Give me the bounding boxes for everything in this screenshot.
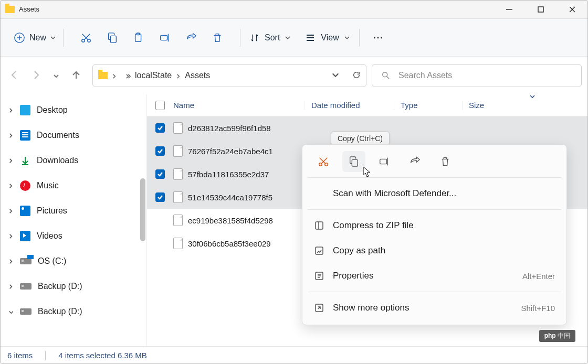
ctx-properties[interactable]: Properties Alt+Enter — [307, 263, 562, 288]
column-headers: Name Date modified Type Size — [147, 94, 588, 116]
new-button[interactable]: New — [6, 28, 63, 48]
svg-rect-14 — [352, 159, 358, 166]
ctx-show-more[interactable]: Show more options Shift+F10 — [307, 295, 562, 320]
maximize-button[interactable] — [525, 0, 556, 19]
forward-button[interactable] — [32, 70, 41, 81]
context-menu: Scan with Microsoft Defender... Compress… — [302, 144, 567, 325]
watermark-badge: php 中国 — [539, 330, 575, 342]
ctx-scan[interactable]: Scan with Microsoft Defender... — [307, 181, 562, 206]
column-header-size[interactable]: Size — [462, 101, 588, 110]
column-header-date[interactable]: Date modified — [304, 101, 394, 110]
sidebar-item-videos[interactable]: Videos — [0, 223, 146, 249]
row-checkbox[interactable] — [155, 169, 165, 179]
copy-icon — [107, 32, 118, 44]
paste-button[interactable] — [125, 26, 152, 49]
scissors-icon — [80, 32, 92, 44]
file-icon — [173, 238, 183, 249]
more-button[interactable] — [365, 26, 391, 49]
rename-icon — [159, 32, 171, 44]
rename-button[interactable] — [152, 26, 178, 49]
search-input[interactable]: Search Assets — [372, 64, 582, 87]
ctx-copy-path[interactable]: Copy as path — [307, 238, 562, 263]
toolbar: New Sort View — [0, 19, 588, 57]
copy-button[interactable] — [99, 26, 125, 49]
ctx-rename-button[interactable] — [373, 151, 396, 172]
folder-icon — [5, 6, 15, 13]
chevron-right-icon[interactable] — [176, 71, 181, 80]
svg-rect-17 — [316, 247, 323, 254]
file-name: d263812ac599f96f1d58 — [188, 124, 271, 133]
popup-icon — [314, 303, 324, 313]
svg-rect-7 — [161, 35, 167, 40]
sort-button[interactable]: Sort — [250, 33, 290, 42]
minimize-button[interactable] — [494, 0, 525, 19]
row-checkbox[interactable] — [155, 123, 165, 133]
ctx-compress-zip[interactable]: Compress to ZIP file — [307, 213, 562, 238]
zip-icon — [314, 220, 324, 231]
svg-point-9 — [377, 37, 379, 38]
sort-indicator[interactable] — [529, 94, 536, 101]
trash-icon — [439, 156, 451, 167]
close-button[interactable] — [556, 0, 588, 19]
sort-icon — [250, 33, 259, 42]
status-selection: 4 items selected 6.36 MB — [58, 351, 146, 360]
file-icon — [173, 168, 183, 180]
status-item-count: 6 items — [7, 351, 33, 360]
breadcrumb[interactable]: localState Assets — [92, 64, 366, 87]
sidebar: DesktopDocumentsDownloadsMusicPicturesVi… — [0, 94, 147, 346]
delete-button[interactable] — [204, 26, 230, 49]
sidebar-item-backup-d-[interactable]: Backup (D:) — [0, 299, 146, 324]
recent-chevron[interactable] — [54, 71, 59, 80]
sidebar-item-documents[interactable]: Documents — [0, 123, 146, 148]
row-checkbox[interactable] — [155, 192, 165, 202]
sidebar-item-downloads[interactable]: Downloads — [0, 148, 146, 173]
ctx-share-button[interactable] — [403, 151, 426, 172]
refresh-button[interactable] — [352, 71, 361, 81]
file-icon — [173, 191, 183, 203]
ellipsis-icon — [372, 32, 384, 44]
file-name: ec919be381585f4d5298 — [188, 216, 273, 225]
ctx-delete-button[interactable] — [434, 151, 457, 172]
sidebar-item-desktop[interactable]: Desktop — [0, 98, 146, 123]
sidebar-item-os-c-[interactable]: OS (C:) — [0, 249, 146, 274]
svg-point-8 — [374, 37, 375, 38]
titlebar: Assets — [0, 0, 588, 19]
window-controls — [494, 0, 588, 19]
path-history-chevron[interactable] — [331, 71, 340, 81]
column-header-type[interactable]: Type — [394, 101, 462, 110]
folder-icon — [98, 72, 108, 79]
chevron-down-icon — [50, 35, 56, 40]
view-button[interactable]: View — [305, 33, 349, 43]
statusbar: 6 items 4 items selected 6.36 MB — [0, 346, 588, 364]
cut-button[interactable] — [73, 26, 99, 49]
plus-circle-icon — [14, 32, 25, 44]
breadcrumb-segment[interactable]: Assets — [185, 71, 210, 80]
svg-point-11 — [383, 72, 387, 77]
file-icon — [173, 122, 183, 134]
row-checkbox[interactable] — [155, 146, 165, 156]
file-icon — [173, 215, 183, 226]
select-all-checkbox[interactable] — [155, 101, 165, 110]
trash-icon — [212, 32, 223, 44]
sidebar-item-music[interactable]: Music — [0, 173, 146, 198]
share-icon — [409, 156, 421, 167]
sidebar-scrollbar[interactable] — [140, 178, 145, 241]
search-icon — [382, 71, 390, 80]
sidebar-item-backup-d-[interactable]: Backup (D:) — [0, 274, 146, 299]
back-button[interactable] — [9, 70, 19, 81]
scissors-icon — [318, 156, 329, 167]
sidebar-item-pictures[interactable]: Pictures — [0, 198, 146, 223]
up-button[interactable] — [71, 70, 81, 81]
share-button[interactable] — [178, 26, 204, 49]
ctx-cut-button[interactable] — [312, 151, 335, 172]
copy-icon — [348, 156, 360, 167]
mouse-cursor — [362, 166, 373, 180]
pathbar: localState Assets Search Assets — [0, 57, 588, 94]
chevron-overflow-icon[interactable] — [126, 71, 131, 80]
column-header-name[interactable]: Name — [173, 101, 304, 110]
file-name: 76267f52a24eb7abe4c1 — [188, 147, 273, 156]
breadcrumb-segment[interactable]: localState — [135, 71, 172, 80]
chevron-right-icon[interactable] — [112, 71, 117, 80]
copypath-icon — [314, 245, 324, 256]
file-icon — [173, 145, 183, 157]
